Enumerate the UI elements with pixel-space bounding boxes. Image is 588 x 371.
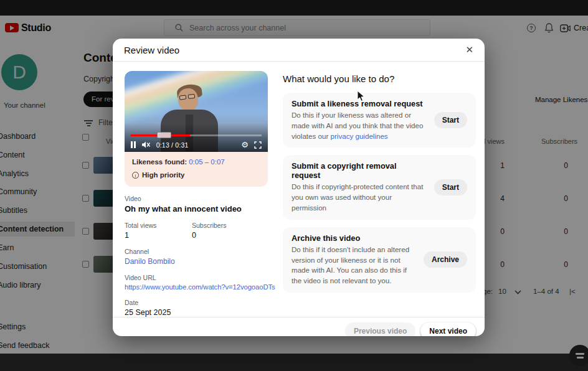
channel-link[interactable]: Danilo Bombilo (125, 257, 268, 266)
modal-footer: Previous video Next video (113, 317, 485, 336)
total-views-label: Total views (125, 222, 192, 229)
archive-button[interactable]: Archive (424, 251, 467, 268)
archive-video-card: Archive this video Do this if it doesn't… (283, 227, 476, 293)
info-icon: i (132, 172, 139, 179)
channel-label: Channel (125, 248, 268, 255)
review-video-modal: Review video ✕ (113, 39, 485, 336)
start-copyright-removal-button[interactable]: Start (434, 179, 467, 195)
subscribers-label: Subscribers (192, 222, 226, 229)
video-player[interactable]: 0:13 / 0:31 ⚙ (125, 71, 268, 152)
likeness-time-range[interactable]: 0:05 – 0:07 (189, 158, 225, 166)
actions-column: What would you like to do? Submit a like… (283, 71, 476, 317)
video-url-link[interactable]: https://www.youtube.com/watch?v=12vogoao… (125, 283, 268, 291)
likeness-removal-card: Submit a likeness removal request Do thi… (283, 93, 476, 148)
likeness-found-panel: Likeness found:0:05 – 0:07 i High priori… (125, 152, 268, 187)
copyright-removal-card: Submit a copyright removal request Do th… (283, 155, 476, 219)
start-likeness-removal-button[interactable]: Start (434, 112, 467, 128)
card-description: Do this if it doesn't include an altered… (292, 245, 415, 286)
muted-speaker-icon[interactable] (141, 141, 151, 149)
fullscreen-icon[interactable] (254, 141, 262, 149)
total-views-value: 1 (125, 231, 192, 240)
card-title: Submit a copyright removal request (292, 161, 425, 180)
likeness-found-label: Likeness found: (132, 158, 187, 166)
time-display: 0:13 / 0:31 (156, 141, 189, 149)
priority-badge: High priority (142, 171, 184, 179)
modal-header: Review video ✕ (113, 39, 485, 62)
date-value: 25 Sept 2025 (125, 308, 268, 317)
watermark-badge (569, 345, 588, 366)
progress-bar[interactable] (131, 134, 262, 136)
modal-body: 0:13 / 0:31 ⚙ Likeness found:0:05 – 0:07… (113, 62, 485, 317)
subscribers-value: 0 (192, 231, 226, 240)
video-title: Oh my what an innocent video (125, 204, 268, 214)
screenshot-stage: Studio ? Create D Your channel Dashboard… (0, 0, 588, 371)
actions-heading: What would you like to do? (283, 73, 476, 84)
previous-video-button[interactable]: Previous video (345, 322, 415, 336)
video-details-column: 0:13 / 0:31 ⚙ Likeness found:0:05 – 0:07… (125, 71, 268, 317)
close-icon[interactable]: ✕ (465, 44, 473, 55)
next-video-button[interactable]: Next video (420, 322, 476, 336)
player-controls: 0:13 / 0:31 ⚙ (131, 141, 262, 149)
video-label: Video (125, 195, 268, 202)
card-description: Do this if copyright-protected content t… (292, 182, 425, 213)
settings-gear-icon[interactable]: ⚙ (241, 141, 249, 149)
video-url-label: Video URL (125, 274, 268, 281)
modal-title: Review video (124, 45, 179, 55)
likeness-segment-marker[interactable] (157, 132, 171, 138)
mouse-cursor (357, 90, 366, 103)
date-label: Date (125, 299, 268, 306)
card-title: Archive this video (292, 233, 415, 243)
letterbox-bottom (0, 354, 588, 371)
stats-row: Total views 1 Subscribers 0 (125, 214, 268, 240)
letterbox-top (0, 0, 588, 16)
privacy-guidelines-link[interactable]: privacy guidelines (331, 132, 388, 140)
pause-icon[interactable] (131, 141, 136, 148)
